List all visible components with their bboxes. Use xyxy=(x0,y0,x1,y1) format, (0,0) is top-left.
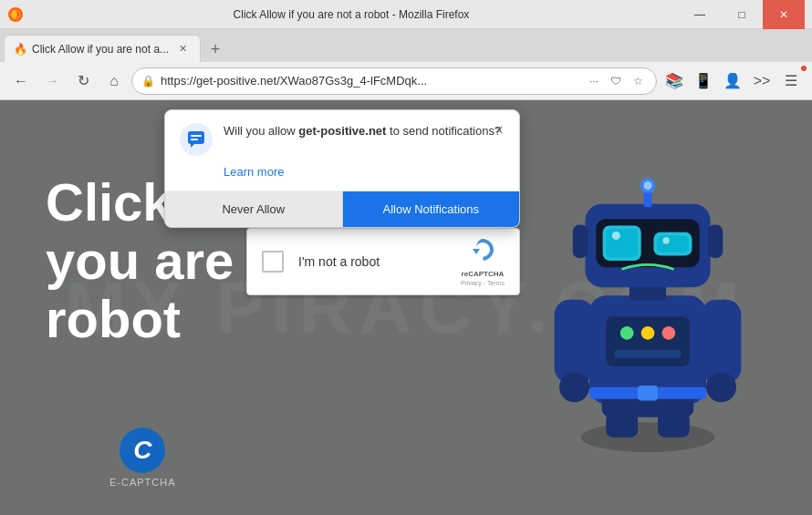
browser-title: Click Allow if you are not a robot - Moz… xyxy=(24,8,679,21)
ecaptcha-label: E-CAPTCHA xyxy=(109,477,176,488)
svg-rect-30 xyxy=(573,224,588,258)
ecaptcha-icon: C xyxy=(120,427,165,473)
more-icon[interactable]: ··· xyxy=(585,72,603,90)
svg-rect-35 xyxy=(191,139,198,140)
address-bar[interactable]: 🔒 https://get-positive.net/XWao87Gs3g_4-… xyxy=(131,67,657,95)
browser-tab[interactable]: 🔥 Click Allow if you are not a... ✕ xyxy=(4,35,201,62)
never-allow-button[interactable]: Never Allow xyxy=(165,191,343,227)
notification-badge xyxy=(799,64,808,73)
extensions-icon[interactable]: >> xyxy=(748,67,776,95)
close-button[interactable]: ✕ xyxy=(763,0,805,29)
svg-point-27 xyxy=(559,372,589,402)
synced-tabs-icon[interactable]: 📱 xyxy=(690,67,717,95)
forward-button[interactable]: → xyxy=(38,67,66,95)
recaptcha-spiral-icon xyxy=(470,237,495,268)
address-bar-icons: ··· 🛡 ☆ xyxy=(585,72,647,90)
back-button[interactable]: ← xyxy=(7,67,35,95)
chat-icon-svg xyxy=(186,129,206,149)
home-button[interactable]: ⌂ xyxy=(100,67,128,95)
svg-rect-34 xyxy=(191,135,202,137)
notification-header: Will you allow get-positive.net to send … xyxy=(165,110,519,163)
svg-rect-7 xyxy=(606,316,689,366)
svg-point-19 xyxy=(612,231,620,239)
svg-rect-6 xyxy=(658,412,690,437)
tab-label: Click Allow if you are not a... xyxy=(32,43,169,56)
title-bar-left xyxy=(7,6,24,23)
allow-notifications-button[interactable]: Allow Notifications xyxy=(343,191,520,227)
tab-favicon: 🔥 xyxy=(14,43,26,56)
url-text: https://get-positive.net/XWao87Gs3g_4-lF… xyxy=(161,74,579,88)
star-icon[interactable]: ☆ xyxy=(629,72,647,90)
notification-close-button[interactable]: × xyxy=(488,119,510,141)
svg-rect-28 xyxy=(702,299,742,382)
reload-button[interactable]: ↻ xyxy=(69,67,97,95)
svg-marker-33 xyxy=(191,144,194,148)
recaptcha-widget[interactable]: I'm not a robot reCAPTCHA Privacy - Term… xyxy=(246,228,520,295)
recaptcha-logo-svg xyxy=(470,237,495,263)
svg-point-9 xyxy=(641,326,655,340)
svg-point-22 xyxy=(662,237,669,243)
svg-rect-32 xyxy=(188,131,204,144)
svg-rect-31 xyxy=(708,224,723,258)
robot-image xyxy=(502,162,794,454)
bookmarks-icon[interactable]: 📚 xyxy=(661,67,688,95)
lock-icon: 🔒 xyxy=(141,75,155,88)
recaptcha-label: I'm not a robot xyxy=(298,254,446,269)
svg-rect-13 xyxy=(638,386,658,400)
recaptcha-brand: reCAPTCHA xyxy=(462,270,505,278)
svg-point-10 xyxy=(662,326,676,340)
robot-area xyxy=(484,100,812,515)
menu-button[interactable]: ☰ xyxy=(777,67,805,95)
website-background: MY PIRACY.COM Click Allow ifyou are not … xyxy=(0,100,812,515)
notification-text: Will you allow get-positive.net to send … xyxy=(224,123,505,139)
svg-rect-18 xyxy=(606,229,638,257)
notification-domain: get-positive.net xyxy=(298,124,386,138)
terms-link[interactable]: Terms xyxy=(487,280,505,286)
title-bar: Click Allow if you are not a robot - Moz… xyxy=(0,0,812,29)
ecaptcha-logo: C E-CAPTCHA xyxy=(109,427,176,488)
tab-bar: 🔥 Click Allow if you are not a... ✕ + xyxy=(0,29,812,62)
notification-popup: Will you allow get-positive.net to send … xyxy=(164,109,520,228)
maximize-button[interactable]: □ xyxy=(721,0,763,29)
learn-more-link[interactable]: Learn more xyxy=(224,165,284,179)
nav-bar: ← → ↻ ⌂ 🔒 https://get-positive.net/XWao8… xyxy=(0,62,812,100)
recaptcha-logo-area: reCAPTCHA Privacy - Terms xyxy=(461,237,505,286)
svg-rect-5 xyxy=(606,412,638,437)
firefox-icon xyxy=(7,6,24,23)
browser-window: Click Allow if you are not a robot - Moz… xyxy=(0,0,812,515)
svg-rect-26 xyxy=(555,299,595,382)
shield-icon[interactable]: 🛡 xyxy=(607,72,625,90)
svg-rect-11 xyxy=(614,349,681,357)
notification-actions: Never Allow Allow Notifications xyxy=(165,191,519,227)
tab-close-button[interactable]: ✕ xyxy=(174,41,191,57)
notification-chat-icon xyxy=(180,123,213,156)
svg-rect-21 xyxy=(657,235,689,252)
svg-point-2 xyxy=(581,422,714,452)
account-icon[interactable]: 👤 xyxy=(719,67,746,95)
minimize-button[interactable]: — xyxy=(679,0,721,29)
svg-point-8 xyxy=(620,326,634,340)
notification-learn-more: Learn more xyxy=(165,163,519,191)
privacy-link[interactable]: Privacy xyxy=(461,280,482,286)
new-tab-button[interactable]: + xyxy=(203,36,228,62)
recaptcha-checkbox[interactable] xyxy=(262,251,284,273)
notification-question: Will you allow get-positive.net to send … xyxy=(224,123,505,139)
nav-right-icons: 📚 📱 👤 >> ☰ xyxy=(661,67,805,95)
svg-point-29 xyxy=(706,372,736,402)
recaptcha-links: Privacy - Terms xyxy=(461,280,505,286)
page-content: MY PIRACY.COM Click Allow ifyou are not … xyxy=(0,100,812,515)
svg-point-25 xyxy=(643,181,651,190)
window-controls: — □ ✕ xyxy=(679,0,805,29)
